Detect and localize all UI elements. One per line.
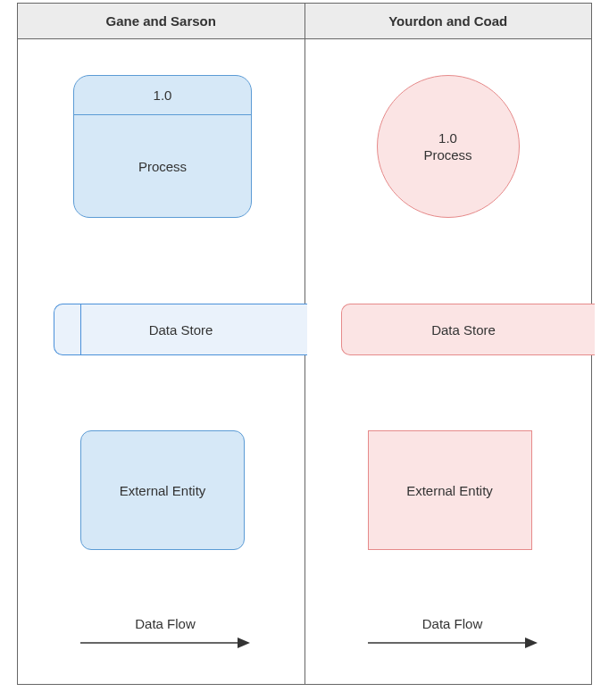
arrow-right-icon [368, 637, 538, 649]
header-row: Gane and Sarson Yourdon and Coad [18, 4, 591, 39]
yc-external-entity-shape: External Entity [368, 430, 532, 550]
yc-dataflow: Data Flow [368, 616, 538, 649]
gs-external-entity-label: External Entity [120, 483, 206, 498]
gs-process-label: Process [74, 115, 251, 217]
yc-process-shape: 1.0 Process [377, 75, 520, 218]
column-gane-sarson: 1.0 Process Data Store External Entity D… [18, 39, 305, 684]
gs-process-number: 1.0 [74, 76, 251, 115]
svg-marker-1 [238, 638, 250, 648]
arrow-right-icon [80, 637, 250, 649]
gs-dataflow: Data Flow [80, 616, 250, 649]
gs-datastore-shape: Data Store [54, 304, 307, 355]
header-gane-sarson: Gane and Sarson [18, 4, 305, 38]
gs-datastore-label: Data Store [81, 304, 307, 354]
gs-process-shape: 1.0 Process [73, 75, 252, 218]
yc-process-number: 1.0 [438, 129, 457, 147]
yc-datastore-label: Data Store [431, 322, 496, 338]
yc-datastore-shape: Data Store [341, 304, 595, 355]
yc-process-label: Process [423, 146, 471, 164]
gs-external-entity-shape: External Entity [80, 430, 245, 550]
gs-dataflow-label: Data Flow [80, 616, 250, 631]
gs-datastore-id-bar [54, 304, 81, 354]
yc-dataflow-label: Data Flow [368, 616, 538, 631]
yc-external-entity-label: External Entity [406, 483, 493, 498]
column-yourdon-coad: 1.0 Process Data Store External Entity D… [305, 39, 592, 684]
svg-marker-3 [525, 638, 538, 648]
body-row: 1.0 Process Data Store External Entity D… [18, 39, 591, 684]
header-yourdon-coad: Yourdon and Coad [305, 4, 592, 38]
comparison-table: Gane and Sarson Yourdon and Coad 1.0 Pro… [17, 3, 592, 685]
